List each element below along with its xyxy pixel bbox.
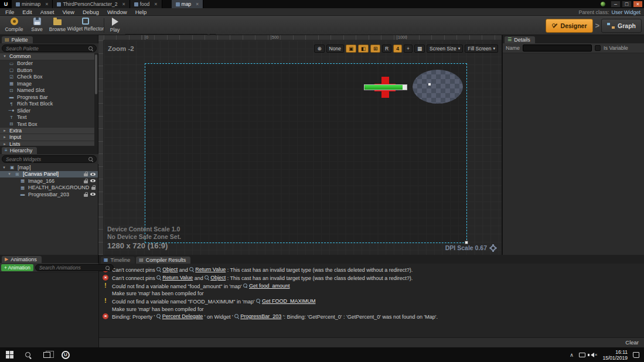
menu-file[interactable]: File (1, 9, 18, 15)
close-button[interactable]: × (633, 1, 643, 8)
menu-view[interactable]: View (58, 9, 78, 15)
details-name-input[interactable] (523, 45, 592, 52)
tab-compiler-results[interactable]: ▤ Compiler Results (136, 257, 190, 264)
lock-icon[interactable] (84, 194, 88, 197)
message-link-object[interactable]: Object (156, 266, 178, 274)
clear-button[interactable]: Clear (625, 339, 639, 346)
window-tab-minimap[interactable]: minimap× (12, 0, 53, 8)
hierarchy-search[interactable] (2, 155, 97, 163)
palette-item-border[interactable]: ▭Border (0, 60, 98, 67)
palette-item-check-box[interactable]: ☑Check Box (0, 74, 98, 81)
tab-details[interactable]: ☰ Details (505, 36, 535, 43)
close-tab-icon[interactable]: × (122, 2, 125, 6)
close-tab-icon[interactable]: × (154, 2, 157, 6)
rotate-tool-button[interactable]: ◧ (358, 45, 369, 53)
health-progress-bar[interactable] (364, 84, 407, 90)
is-variable-checkbox[interactable] (595, 45, 601, 51)
fill-screen-dropdown-button[interactable]: Fill Screen▾ (465, 45, 498, 53)
palette-search-input[interactable] (6, 46, 88, 52)
designer-mode-button[interactable]: Designer (546, 19, 594, 33)
localization-preview-button[interactable]: ⊕ (314, 45, 324, 53)
palette-scrollbar-thumb[interactable] (95, 54, 97, 94)
hierarchy-row-progressbar-203[interactable]: ▬ProgressBar_203 (0, 191, 98, 198)
menu-debug[interactable]: Debug (79, 9, 103, 15)
reset-transform-button[interactable]: R (382, 45, 391, 53)
compile-button[interactable]: Compile (2, 18, 26, 32)
palette-item-slider[interactable]: ─●Slider (0, 107, 98, 114)
taskbar-search-button[interactable] (19, 347, 38, 362)
palette-item-rich-text-block[interactable]: ¶Rich Text Block (0, 101, 98, 108)
palette-item-named-slot[interactable]: ⊡Named Slot (0, 87, 98, 94)
palette-item-text-box[interactable]: ⊟Text Box (0, 121, 98, 128)
close-tab-icon[interactable]: × (196, 2, 199, 6)
message-link-get-food-maximum[interactable]: Get FOOD_MAXIMUM (256, 298, 316, 305)
minimap-ellipse-image[interactable] (413, 70, 463, 104)
translate-tool-button[interactable]: ▣ (346, 45, 356, 53)
lock-icon[interactable] (84, 173, 88, 176)
snap-toggle-button[interactable]: + (404, 45, 413, 53)
designer-viewport[interactable]: 0500100015002000 Zoom -2 ⊕None▣◧⊞R4+▦Scr… (98, 35, 502, 255)
save-button[interactable]: Save (28, 18, 46, 32)
hierarchy-row-canvas-panel[interactable]: ▾⊞[Canvas Panel] (0, 171, 98, 178)
hierarchy-row-health-background[interactable]: ▦HEALTH_BACKGROUND (0, 185, 98, 192)
grid-snap-size-button[interactable]: 4 (393, 45, 402, 53)
menu-window[interactable]: Window (103, 9, 131, 15)
play-button[interactable]: Play (107, 18, 123, 33)
tab-timeline[interactable]: ▦ Timeline (101, 257, 135, 264)
screen-size-dropdown-button[interactable]: Screen Size▾ (427, 45, 463, 53)
message-link-percent-delegate[interactable]: Percent Delegate (156, 313, 203, 320)
message-link-object[interactable]: Object (205, 274, 226, 282)
maximize-button[interactable]: □ (622, 1, 632, 8)
message-link-progressbar-203[interactable]: ProgressBar_203 (234, 313, 281, 320)
visibility-eye-icon[interactable] (90, 178, 96, 183)
add-animation-button[interactable]: + Animation (1, 264, 33, 271)
unreal-taskbar-button[interactable]: U (56, 347, 75, 362)
hierarchy-search-input[interactable] (6, 156, 88, 162)
message-link-return-value[interactable]: Return Value (189, 266, 226, 274)
start-button[interactable] (0, 347, 19, 362)
gear-icon[interactable] (490, 245, 496, 251)
taskbar-clock[interactable]: 16:11 15/01/2019 (602, 349, 628, 361)
close-tab-icon[interactable]: × (45, 2, 48, 6)
palette-category-common[interactable]: ▾Common (0, 53, 98, 60)
display-icon[interactable] (579, 353, 585, 357)
tab-animations[interactable]: ▶ Animations (2, 256, 42, 263)
palette-scrollbar[interactable] (94, 53, 98, 146)
palette-category-input[interactable]: ▸Input (0, 134, 98, 141)
graph-mode-button[interactable]: Graph (601, 19, 642, 33)
browse-button[interactable]: Browse (47, 18, 68, 32)
menu-asset[interactable]: Asset (36, 9, 59, 15)
task-view-button[interactable] (38, 347, 56, 362)
design-canvas-bounds[interactable] (145, 63, 467, 243)
volume-muted-button[interactable]: × (591, 352, 598, 357)
window-tab-food[interactable]: food× (130, 0, 162, 8)
palette-category-extra[interactable]: ▸Extra (0, 128, 98, 135)
tab-hierarchy[interactable]: ≡ Hierarchy (2, 147, 37, 154)
palette-item-button[interactable]: ▢Button (0, 67, 98, 74)
palette-category-lists[interactable]: ▸Lists (0, 141, 98, 146)
lock-icon[interactable] (84, 180, 88, 183)
palette-search[interactable] (2, 45, 97, 52)
menu-help[interactable]: Help (131, 9, 151, 15)
hierarchy-row-image-166[interactable]: ▦Image_166 (0, 177, 98, 185)
tray-expand-button[interactable]: ∧ (570, 352, 574, 358)
window-tab-thirdpersoncharacter-2[interactable]: ThirdPersonCharacter_2× (53, 0, 130, 8)
scale-tool-button[interactable]: ⊞ (370, 45, 380, 53)
tab-palette[interactable]: ▤ Palette (2, 36, 33, 43)
hierarchy-row-map[interactable]: ▾▣[map] (0, 164, 98, 171)
palette-item-text[interactable]: TText (0, 114, 98, 121)
palette-item-image[interactable]: ▦Image (0, 80, 98, 87)
menu-edit[interactable]: Edit (18, 9, 36, 15)
localization-none-button[interactable]: None (326, 45, 344, 53)
visibility-eye-icon[interactable] (90, 172, 96, 177)
message-link-get-food-amount[interactable]: Get food_amount (243, 282, 290, 290)
visibility-eye-icon[interactable] (90, 192, 96, 197)
notification-center-button[interactable] (633, 352, 639, 358)
animations-search-input[interactable] (39, 265, 105, 271)
animations-search[interactable] (35, 264, 114, 271)
widget-reflector-button[interactable]: Widget Reflector (69, 18, 102, 32)
message-link-return-value[interactable]: Return Value (156, 274, 193, 282)
grid-toggle-button[interactable]: ▦ (414, 45, 425, 53)
lock-icon[interactable] (91, 187, 96, 190)
parent-class-value[interactable]: User Widget (611, 9, 640, 15)
